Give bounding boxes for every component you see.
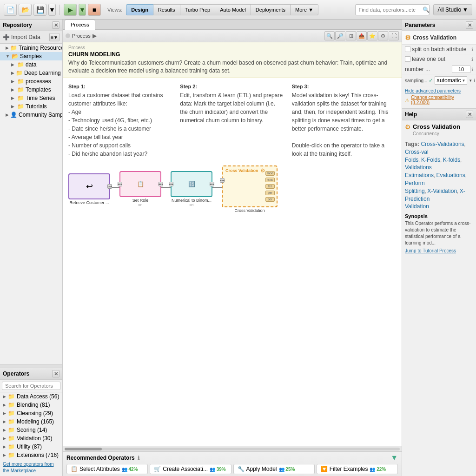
view-btn-more[interactable]: More ▼ [291,4,318,15]
help-tag-kfolds2[interactable]: K-folds [443,157,460,163]
folder-icon: 📁 [17,78,24,85]
param-split-checkbox[interactable] [405,46,410,52]
settings-tool-btn[interactable]: ⚙ [378,31,388,40]
help-tag-vals[interactable]: Validations [405,164,432,171]
repo-close-button[interactable]: ✕ [52,21,60,29]
layout-tool-btn[interactable]: ⊞ [346,31,356,40]
help-tag-split[interactable]: Splitting [405,188,425,194]
param-leaveone-label: leave one out [405,56,445,62]
canvas-scrollbar[interactable] [63,446,402,451]
param-number-input[interactable] [452,66,470,73]
change-compat-link[interactable]: Change compatibility (8.2.000) [411,95,473,105]
ops-cat-dataaccess[interactable]: ▶ 📁 Data Access (56) [0,392,62,401]
ops-cat-modeling[interactable]: ▶ 📁 Modeling (165) [0,417,62,426]
import-data-label: Import Data [11,34,40,40]
list-view-button[interactable]: ≡▼ [49,33,60,41]
param-sampling-dropdown[interactable]: automatic ▼ [435,76,467,85]
cv-port-per2: per [265,197,275,202]
run-dropdown[interactable]: ▼ [79,4,86,16]
new-button[interactable]: 📄 [4,4,17,16]
help-tag-perf[interactable]: Perform [405,180,425,186]
op-crossval[interactable]: Cross Validation exa ⚙ mod exa tes per p… [222,165,278,213]
recommended-header: Recommended Operators ℹ ▼ [66,454,398,462]
params-header: Parameters ✕ [402,20,476,31]
export-tool-btn[interactable]: 📤 [357,31,367,40]
search-tool-btn[interactable]: 🔍 [324,31,335,40]
op-retrieve[interactable]: ↩ out Retrieve Customer ... [68,173,110,205]
param-split-info[interactable]: ℹ [471,47,473,52]
global-search-input[interactable] [358,7,423,13]
param-number-info[interactable]: ℹ [471,67,473,72]
help-tag-val[interactable]: Validation [405,203,429,210]
help-cv-name-block: Cross Validation Concurrency [413,123,460,139]
tree-item-timeseries[interactable]: ▶ 📁 Time Series [0,94,62,102]
ops-cat-cleansing[interactable]: ▶ 📁 Cleansing (29) [0,409,62,417]
studio-dropdown[interactable]: All Studio ▼ [433,4,472,15]
stop-button[interactable]: ■ [88,4,101,16]
ops-cat-extensions[interactable]: ▶ 📁 Extensions (716) [0,451,62,459]
view-btn-design[interactable]: Design [126,4,153,15]
tree-item-community[interactable]: ▶ 👤 Community Sampl... [0,111,62,119]
rec-op-filter[interactable]: 🔽 Filter Examples 👥 22% [317,464,398,474]
operators-search-input[interactable] [2,382,60,390]
ops-cat-blending[interactable]: ▶ 📁 Blending (81) [0,401,62,409]
process-tab[interactable]: Process [65,20,95,30]
import-data-button[interactable]: ➕ Import Data [3,34,40,40]
scrollbar-thumb[interactable] [65,448,102,450]
recommended-expand-icon[interactable]: ▼ [390,454,398,462]
op-box-numerical[interactable]: exa 🔢 exa [171,171,212,197]
param-leaveone-info[interactable]: ℹ [471,57,473,62]
view-btn-automodel[interactable]: Auto Model [215,4,251,15]
tree-scrollbar[interactable] [0,364,62,368]
op-box-setrole[interactable]: exa 📋 exa [119,171,161,197]
op-box-retrieve[interactable]: ↩ out [68,173,110,199]
ops-cat-validation[interactable]: ▶ 📁 Validation (30) [0,434,62,443]
view-btn-deployments[interactable]: Deployments [251,4,291,15]
help-tag-cv[interactable]: Cross-Validations [421,141,464,147]
ops-cat-utility[interactable]: ▶ 📁 Utility (87) [0,443,62,451]
help-tag-evals[interactable]: Evaluations [436,172,465,178]
tree-label: Tutorials [26,103,47,110]
save-dropdown[interactable]: ▼ [48,4,56,16]
fullscreen-tool-btn[interactable]: ⛶ [389,31,399,40]
help-tag-est[interactable]: Estimations [405,172,434,178]
help-close-button[interactable]: ✕ [466,111,473,118]
help-tag-folds[interactable]: Folds [405,157,418,163]
operators-close-button[interactable]: ✕ [52,370,60,377]
params-close-button[interactable]: ✕ [466,21,473,29]
save-button[interactable]: 💾 [33,4,46,16]
rec-op-assoc[interactable]: 🛒 Create Associati... 👥 39% [150,464,231,474]
tree-item-templates[interactable]: ▶ 📁 Templates [0,86,62,94]
zoom-tool-btn[interactable]: 🔎 [335,31,345,40]
op-setrole[interactable]: exa 📋 exa Set Role ori [119,171,161,207]
marketplace-link[interactable]: Get more operators from the Marketplace [0,459,62,476]
tree-item-tutorials[interactable]: ▶ 📁 Tutorials [0,102,62,111]
recommended-bar: Recommended Operators ℹ ▼ 📋 Select Attri… [63,451,402,476]
help-tutorial-link[interactable]: Jump to Tutorial Process [405,248,473,253]
op-numerical[interactable]: exa 🔢 exa Numerical to Binom... ori [171,171,212,207]
workflow-area[interactable]: Step 1: Load a customer dataset that con… [63,78,402,446]
help-tag-xval[interactable]: X-Validation [427,188,457,194]
help-tag-kfolds[interactable]: K-Folds [421,157,440,163]
ops-cat-scoring[interactable]: ▶ 📁 Scoring (14) [0,426,62,434]
open-button[interactable]: 📂 [19,4,32,16]
rec-op-apply[interactable]: 🔧 Apply Model 👥 25% [233,464,315,474]
global-search-box[interactable]: 🔍 [355,4,430,15]
view-btn-results[interactable]: Results [153,4,180,15]
param-leaveone-checkbox[interactable] [405,56,410,62]
tree-item-data[interactable]: ▶ 📁 data [0,60,62,69]
rec-icon-select: 📋 [71,466,78,472]
tree-item-processes[interactable]: ▶ 📁 processes [0,77,62,86]
op-box-crossval[interactable]: Cross Validation exa ⚙ mod exa tes per p… [222,165,278,207]
param-sampling-info[interactable]: ℹ [474,78,476,83]
hide-advanced-link[interactable]: Hide advanced parameters [405,88,473,93]
run-button[interactable]: ▶ [64,4,77,16]
help-tag-cv2[interactable]: Cross-val [405,149,429,155]
tree-item-training[interactable]: ▶ 📁 Training Resources [0,44,62,52]
view-btn-turbo[interactable]: Turbo Prep [180,4,216,15]
rec-op-select[interactable]: 📋 Select Attributes 👥 42% [66,464,148,474]
bookmark-tool-btn[interactable]: ⭐ [367,31,377,40]
recommended-info-icon[interactable]: ℹ [138,455,139,461]
tree-item-samples[interactable]: ▼ 📂 Samples [0,52,62,60]
tree-item-deeplearning[interactable]: ▶ 📁 Deep Learning [0,69,62,77]
